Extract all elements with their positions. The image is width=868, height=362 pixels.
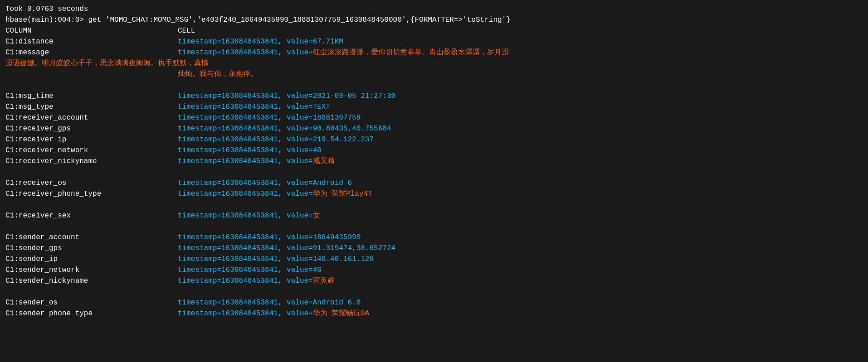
val-receiver-nickyname: timestamp=1630848453841, value=咸又晴 (178, 156, 335, 167)
col-sender-account: C1:sender_account (5, 232, 178, 243)
col-receiver-phone-type: C1:receiver_phone_type (5, 188, 178, 199)
blank-line (5, 199, 863, 210)
command-line: hbase(main):004:0> get 'MOMO_CHAT:MOMO_M… (5, 14, 863, 25)
took-line: Took 0.0763 seconds (5, 4, 863, 14)
val-receiver-os: timestamp=1630848453841, value=Android 6 (178, 178, 352, 188)
col-receiver-gps: C1:receiver_gps (5, 123, 178, 134)
col-sender-network: C1:sender_network (5, 265, 178, 275)
val-receiver-network: timestamp=1630848453841, value=4G (178, 145, 322, 156)
table-row: C1:receiver_nickyname timestamp=16308484… (5, 156, 863, 167)
table-row: C1:receiver_sex timestamp=1630848453841,… (5, 210, 863, 221)
val-sender-network: timestamp=1630848453841, value=4G (178, 265, 322, 275)
col-message: C1:message (5, 47, 178, 58)
val-sender-account: timestamp=1630848453841, value=186494359… (178, 232, 361, 243)
blank-line (5, 80, 863, 91)
blank-line (5, 221, 863, 232)
col-sender-ip: C1:sender_ip (5, 254, 178, 265)
message-continuation-2: 灿灿。我与你，永相伴。 (5, 69, 863, 80)
table-row: C1:receiver_network timestamp=1630848453… (5, 145, 863, 156)
table-row: C1:sender_network timestamp=163084845384… (5, 265, 863, 275)
table-row: C1:receiver_phone_type timestamp=1630848… (5, 188, 863, 199)
col-msg-type: C1:msg_type (5, 101, 178, 112)
blank-line (5, 286, 863, 297)
cell-header: CELL (178, 25, 195, 36)
table-row: C1:msg_type timestamp=1630848453841, val… (5, 101, 863, 112)
table-row: C1:msg_time timestamp=1630848453841, val… (5, 91, 863, 101)
table-row: C1:receiver_ip timestamp=1630848453841, … (5, 134, 863, 145)
col-msg-time: C1:msg_time (5, 91, 178, 101)
table-row: C1:sender_gps timestamp=1630848453841, v… (5, 243, 863, 254)
val-sender-ip: timestamp=1630848453841, value=148.40.16… (178, 254, 374, 265)
col-sender-os: C1:sender_os (5, 297, 178, 308)
table-row: C1:sender_phone_type timestamp=163084845… (5, 308, 863, 319)
terminal: Took 0.0763 seconds hbase(main):004:0> g… (5, 4, 863, 319)
table-row: C1:receiver_account timestamp=1630848453… (5, 112, 863, 123)
val-receiver-gps: timestamp=1630848453841, value=90.80435,… (178, 123, 391, 134)
val-sender-gps: timestamp=1630848453841, value=91.319474… (178, 243, 395, 254)
val-receiver-account: timestamp=1630848453841, value=188813077… (178, 112, 361, 123)
col-receiver-account: C1:receiver_account (5, 112, 178, 123)
table-row: C1:sender_ip timestamp=1630848453841, va… (5, 254, 863, 265)
table-row: C1:sender_nickyname timestamp=1630848453… (5, 275, 863, 286)
col-sender-gps: C1:sender_gps (5, 243, 178, 254)
header-row: COLUMN CELL (5, 25, 863, 36)
val-receiver-phone-type: timestamp=1630848453841, value=华为 荣耀Play… (178, 188, 372, 199)
column-header: COLUMN (5, 25, 178, 36)
col-receiver-nickyname: C1:receiver_nickyname (5, 156, 178, 167)
col-receiver-os: C1:receiver_os (5, 178, 178, 188)
table-row: C1:sender_account timestamp=163084845384… (5, 232, 863, 243)
col-sender-phone-type: C1:sender_phone_type (5, 308, 178, 319)
val-msg-time: timestamp=1630848453841, value=2021-09-0… (178, 91, 395, 101)
col-sender-nickyname: C1:sender_nickyname (5, 275, 178, 286)
val-distance: timestamp=1630848453841, value=67.71KM (178, 36, 343, 47)
col-distance: C1:distance (5, 36, 178, 47)
table-row: C1:sender_os timestamp=1630848453841, va… (5, 297, 863, 308)
table-row: C1:receiver_os timestamp=1630848453841, … (5, 178, 863, 188)
col-receiver-ip: C1:receiver_ip (5, 134, 178, 145)
blank-line (5, 167, 863, 178)
val-sender-phone-type: timestamp=1630848453841, value=华为 荣耀畅玩9A (178, 308, 369, 319)
message-continuation-1: 迢语姗姗。明月皎皎心千千，思念满满夜阑阑。执手默默，真情 (5, 58, 863, 69)
val-msg-type: timestamp=1630848453841, value=TEXT (178, 101, 330, 112)
col-receiver-network: C1:receiver_network (5, 145, 178, 156)
col-receiver-sex: C1:receiver_sex (5, 210, 178, 221)
val-sender-nickyname: timestamp=1630848453841, value=宣英耀 (178, 275, 335, 286)
val-message: timestamp=1630848453841, value=红尘滚滚路漫漫，爱… (178, 47, 509, 58)
val-receiver-sex: timestamp=1630848453841, value=女 (178, 210, 320, 221)
val-receiver-ip: timestamp=1630848453841, value=219.54.12… (178, 134, 374, 145)
table-row: C1:message timestamp=1630848453841, valu… (5, 47, 863, 58)
val-sender-os: timestamp=1630848453841, value=Android 6… (178, 297, 361, 308)
table-row: C1:receiver_gps timestamp=1630848453841,… (5, 123, 863, 134)
table-row: C1:distance timestamp=1630848453841, val… (5, 36, 863, 47)
